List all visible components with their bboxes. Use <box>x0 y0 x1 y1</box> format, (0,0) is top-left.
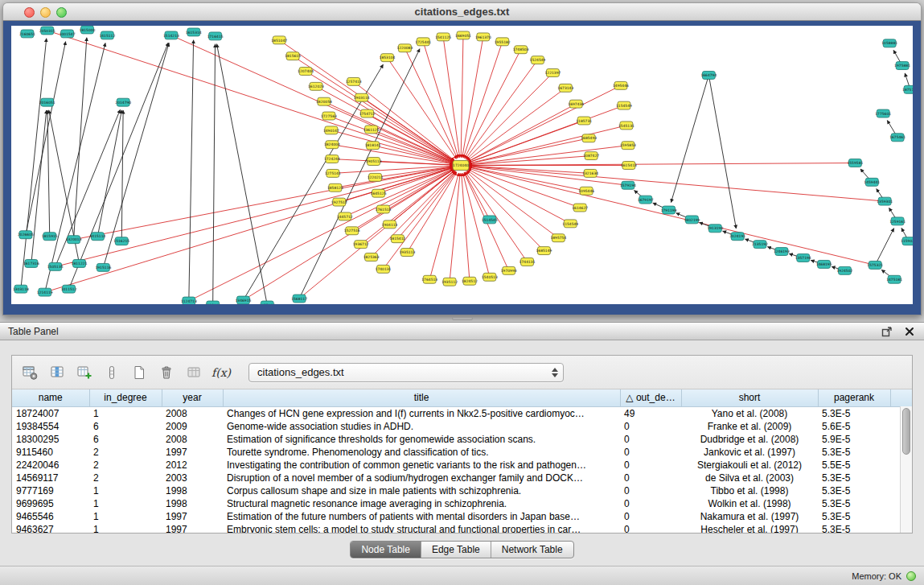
graph-node[interactable]: 1875741 <box>902 85 913 93</box>
graph-node[interactable]: 1825363 <box>363 253 380 262</box>
graph-node[interactable]: 1754712 <box>359 109 376 117</box>
delete-table-button[interactable] <box>155 360 178 385</box>
table-cell[interactable]: 0 <box>620 459 681 472</box>
table-cell[interactable]: 1998 <box>162 497 223 510</box>
graph-node[interactable]: 1815412 <box>389 235 405 243</box>
graph-node[interactable]: 1824004 <box>324 141 340 149</box>
table-cell[interactable]: 5.3E-5 <box>818 484 890 497</box>
table-cell[interactable]: Yano et al. (2008) <box>681 406 818 420</box>
graph-edge[interactable] <box>74 167 454 239</box>
graph-node[interactable]: 1058881 <box>881 39 897 47</box>
graph-node[interactable]: 1614627 <box>572 204 588 212</box>
graph-node[interactable]: 2014790 <box>115 98 131 106</box>
table-cell[interactable]: 0 <box>620 472 681 484</box>
table-cell[interactable]: 18300295 <box>12 433 89 446</box>
table-cell[interactable]: 2012 <box>162 459 223 472</box>
graph-node[interactable]: 1214119 <box>37 288 53 296</box>
graph-node[interactable]: 1361125 <box>363 126 380 134</box>
graph-edge[interactable] <box>462 173 470 281</box>
table-cell[interactable]: 9699695 <box>12 497 89 510</box>
graph-node[interactable]: 1975881 <box>894 62 910 70</box>
table-cell[interactable]: 1 <box>89 497 162 510</box>
import-table-button[interactable] <box>183 360 205 385</box>
graph-edge[interactable] <box>467 170 558 237</box>
table-row[interactable]: 969969511998Structural magnetic resonanc… <box>12 497 912 510</box>
graph-node[interactable]: 1724244 <box>324 155 340 163</box>
table-cell[interactable]: 2009 <box>162 420 223 433</box>
graph-node[interactable]: 1815000 <box>80 26 96 34</box>
column-header[interactable]: name <box>12 389 89 406</box>
graph-node[interactable]: 1246193 <box>774 248 790 256</box>
table-row[interactable]: 946554611997Estimation of the future num… <box>12 510 912 523</box>
table-cell[interactable]: Embryonic stem cells: a model to study s… <box>223 523 620 534</box>
graph-node[interactable]: 1961370 <box>475 33 491 41</box>
graph-node[interactable]: 1415114 <box>89 233 105 241</box>
graph-node[interactable]: 1645125 <box>371 189 387 197</box>
table-cell[interactable]: Structural magnetic resonance image aver… <box>223 497 620 510</box>
table-cell[interactable]: 5.3E-5 <box>818 446 890 459</box>
graph-node[interactable]: 1490147 <box>323 126 339 134</box>
table-cell[interactable]: 14569117 <box>12 472 89 484</box>
graph-node[interactable]: 1001547 <box>60 30 76 38</box>
graph-node[interactable]: 1154549 <box>616 101 632 109</box>
table-cell[interactable]: 6 <box>89 433 162 446</box>
graph-node[interactable]: 1913190 <box>707 225 723 233</box>
graph-node[interactable]: 1615314 <box>186 28 202 36</box>
column-header[interactable]: △ out_de… <box>620 389 681 406</box>
graph-edge[interactable] <box>466 171 544 251</box>
graph-node[interactable]: 1673143 <box>557 84 573 92</box>
graph-edge[interactable] <box>450 173 460 282</box>
graph-node[interactable]: 1159021 <box>901 237 913 245</box>
graph-edge[interactable] <box>469 126 626 163</box>
table-cell[interactable]: 5.3E-5 <box>818 523 890 534</box>
table-cell[interactable]: 0 <box>620 510 681 523</box>
function-builder-button[interactable]: f(x) <box>210 360 232 385</box>
tab-edge-table[interactable]: Edge Table <box>421 542 491 558</box>
graph-node[interactable]: 1725441 <box>415 38 431 46</box>
graph-node[interactable]: 1924502 <box>837 266 853 274</box>
graph-edge[interactable] <box>189 169 454 301</box>
graph-node[interactable]: 1853104 <box>380 54 396 62</box>
graph-node[interactable]: 1559581 <box>847 159 863 167</box>
graph-node[interactable]: 1761513 <box>376 205 392 213</box>
graph-edge[interactable] <box>671 75 708 202</box>
table-cell[interactable]: Nakamura et al. (1997) <box>681 510 818 523</box>
table-row[interactable]: 2242004622012Investigating the contribut… <box>12 459 912 472</box>
table-cell[interactable]: Jankovic et al. (1997) <box>681 446 818 459</box>
table-cell[interactable]: 0 <box>620 484 681 497</box>
graph-node[interactable]: 1748503 <box>513 46 529 54</box>
table-row[interactable]: 977716911998Corpus callosum shape and si… <box>12 484 912 497</box>
table-row[interactable]: 946362711997Embryonic stem cells: a mode… <box>12 523 912 534</box>
graph-edge[interactable] <box>429 173 458 279</box>
table-cell[interactable]: 0 <box>620 523 681 534</box>
graph-node[interactable]: 1346915 <box>236 296 252 304</box>
table-cell[interactable]: 0 <box>620 446 681 459</box>
graph-edge[interactable] <box>47 110 50 237</box>
minimize-window-button[interactable] <box>40 7 51 18</box>
graph-node[interactable]: 1740131 <box>376 265 392 273</box>
graph-node[interactable]: 1495446 <box>613 81 629 89</box>
graph-node[interactable]: 1568117 <box>291 295 307 303</box>
table-cell[interactable]: 18724007 <box>12 406 89 420</box>
graph-node[interactable]: 1904113 <box>382 220 398 229</box>
graph-node[interactable]: 1359301 <box>877 197 893 205</box>
graph-edge[interactable] <box>469 138 589 164</box>
table-cell[interactable]: Wolkin et al. (1998) <box>681 497 818 510</box>
table-cell[interactable]: 2008 <box>162 406 223 420</box>
graph-node[interactable]: 1475181 <box>886 275 902 283</box>
table-cell[interactable]: 0 <box>620 497 681 510</box>
table-row[interactable]: 1938455462009Genome-wide association stu… <box>12 420 912 433</box>
table-panel-titlebar[interactable]: Table Panel <box>0 323 924 340</box>
graph-node[interactable]: 1764513 <box>421 275 437 283</box>
graph-edge[interactable] <box>405 48 457 159</box>
graph-node[interactable]: 1669051 <box>455 31 471 39</box>
graph-node[interactable]: 1357194 <box>795 254 811 262</box>
graph-node[interactable]: 1915116 <box>95 263 111 271</box>
table-cell[interactable]: Estimation of the future numbers of pati… <box>223 510 620 523</box>
table-cell[interactable]: 5.5E-5 <box>818 459 890 472</box>
network-window-titlebar[interactable]: citations_edges.txt <box>2 2 922 21</box>
graph-node[interactable]: 1259161 <box>889 217 906 225</box>
graph-edge[interactable] <box>331 130 454 163</box>
table-cell[interactable]: 2 <box>89 446 162 459</box>
graph-node[interactable]: 1905113 <box>366 158 382 166</box>
